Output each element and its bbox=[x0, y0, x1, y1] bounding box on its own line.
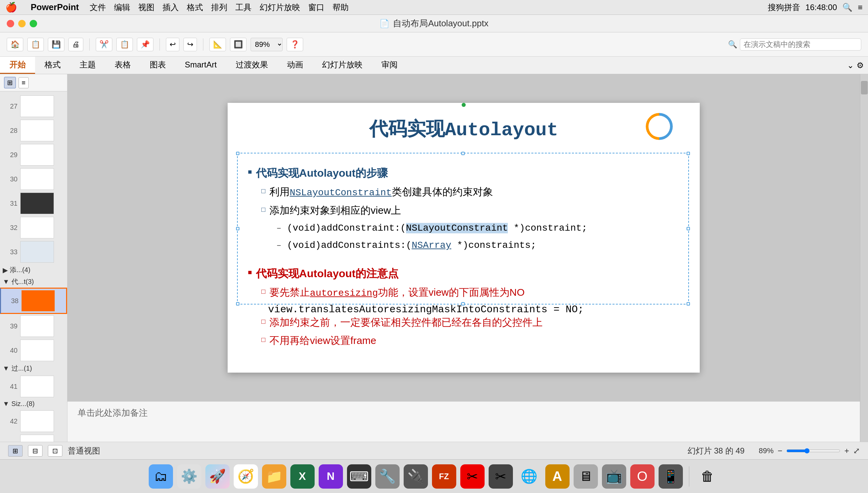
dock-tool2[interactable]: 🔌 bbox=[404, 464, 428, 489]
help-btn[interactable]: ❓ bbox=[287, 38, 303, 51]
search-input[interactable] bbox=[740, 39, 861, 50]
tab-animation[interactable]: 动画 bbox=[278, 57, 312, 74]
zoom-select[interactable]: 89% 100% 75% bbox=[251, 38, 283, 51]
slide-item-43[interactable]: 43 bbox=[0, 433, 67, 442]
slide-num-39: 39 bbox=[8, 322, 18, 330]
menu-file[interactable]: 文件 bbox=[90, 2, 106, 13]
toolbar: 🏠 📋 💾 🖨 ✂️ 📋 📌 ↩ ↪ 📐 🔲 89% 100% 75% ❓ 🔍 bbox=[0, 33, 868, 57]
home-btn[interactable]: 🏠 bbox=[7, 38, 23, 51]
fit-to-window-icon[interactable]: ⤢ bbox=[853, 446, 860, 455]
dock-sysprefs[interactable]: ⚙️ bbox=[177, 464, 201, 489]
dock-folder[interactable]: 📁 bbox=[262, 464, 286, 489]
print-btn[interactable]: 🖨 bbox=[68, 38, 83, 51]
dock-app6[interactable]: 🖥 bbox=[573, 464, 598, 489]
list-view-btn[interactable]: ≡ bbox=[19, 77, 29, 88]
zoom-slider[interactable] bbox=[786, 448, 840, 453]
tab-transition[interactable]: 过渡效果 bbox=[226, 57, 278, 74]
undo-btn[interactable]: ↩ bbox=[166, 38, 179, 51]
dock-terminal[interactable]: ⌨ bbox=[347, 464, 371, 489]
cut-btn[interactable]: ✂️ bbox=[96, 38, 112, 51]
slide-item-41[interactable]: 41 bbox=[0, 374, 67, 399]
code-line-view: view.translatesAutoresizingMaskIntoConst… bbox=[268, 304, 584, 315]
maximize-button[interactable] bbox=[30, 20, 37, 27]
view-modes: ⊞ ≡ bbox=[0, 74, 67, 91]
dock-onenote[interactable]: N bbox=[319, 464, 343, 489]
dock-tool4[interactable]: ✂ bbox=[489, 464, 513, 489]
redo-btn[interactable]: ↪ bbox=[183, 38, 197, 51]
tab-theme[interactable]: 主题 bbox=[70, 57, 105, 74]
menu-window[interactable]: 窗口 bbox=[308, 2, 324, 13]
group-trans-header[interactable]: ▼ 过...(1) bbox=[0, 363, 67, 374]
dock-app5[interactable]: A bbox=[545, 464, 569, 489]
right-scrollbar[interactable] bbox=[860, 74, 868, 442]
scrollbar-thumb[interactable] bbox=[861, 81, 868, 94]
notifications-icon[interactable]: ≡ bbox=[858, 3, 863, 12]
tab-format[interactable]: 格式 bbox=[35, 57, 70, 74]
search-icon[interactable]: 🔍 bbox=[842, 3, 852, 12]
tab-smartart[interactable]: SmartArt bbox=[175, 57, 226, 74]
group-add-header[interactable]: ▶ 添...(4) bbox=[0, 264, 67, 276]
minimize-button[interactable] bbox=[18, 20, 26, 27]
grid-view-btn[interactable]: ⊟ bbox=[28, 445, 43, 456]
group-siz-header[interactable]: ▼ Siz...(8) bbox=[0, 399, 67, 409]
toolbar-sep-1 bbox=[89, 39, 90, 50]
dock-launchpad[interactable]: 🚀 bbox=[205, 464, 230, 489]
dock-safari[interactable]: 🧭 bbox=[234, 464, 258, 489]
slide-canvas-area: 代码实现Autolayout ■ 代码实现Autolayout的步骤 □ bbox=[67, 74, 860, 401]
ribbon-expand-icon[interactable]: ⌄ bbox=[847, 61, 854, 70]
dock-office[interactable]: O bbox=[630, 464, 654, 489]
menu-view[interactable]: 视图 bbox=[138, 2, 154, 13]
slide-item-27[interactable]: 27 bbox=[0, 94, 67, 119]
menu-edit[interactable]: 编辑 bbox=[114, 2, 130, 13]
tab-start[interactable]: 开始 bbox=[0, 57, 35, 74]
dock-trash[interactable]: 🗑 bbox=[695, 464, 720, 489]
menu-insert[interactable]: 插入 bbox=[162, 2, 179, 13]
dock-filezilla[interactable]: FZ bbox=[432, 464, 456, 489]
close-button[interactable] bbox=[7, 20, 14, 27]
zoom-minus-icon[interactable]: − bbox=[778, 446, 782, 455]
dock-browser[interactable]: 🌐 bbox=[517, 464, 541, 489]
dock-finder[interactable]: 🗂 bbox=[149, 464, 173, 489]
dock-tool1[interactable]: 🔧 bbox=[375, 464, 399, 489]
menu-arrange[interactable]: 排列 bbox=[211, 2, 227, 13]
menu-slideshow[interactable]: 幻灯片放映 bbox=[260, 2, 300, 13]
slide-item-42[interactable]: 42 bbox=[0, 409, 67, 433]
slide-canvas[interactable]: 代码实现Autolayout ■ 代码实现Autolayout的步骤 □ bbox=[227, 103, 700, 372]
dock-app7[interactable]: 📺 bbox=[602, 464, 626, 489]
paste-btn[interactable]: 📌 bbox=[137, 38, 153, 51]
presenter-view-btn[interactable]: ⊡ bbox=[48, 445, 62, 456]
tab-chart[interactable]: 图表 bbox=[140, 57, 175, 74]
normal-view-btn[interactable]: ⊞ bbox=[8, 445, 23, 456]
tab-slideshow[interactable]: 幻灯片放映 bbox=[312, 57, 372, 74]
slide-item-40[interactable]: 40 bbox=[0, 338, 67, 363]
copy-btn[interactable]: 📋 bbox=[116, 38, 133, 51]
grid-view-btn[interactable]: ⊞ bbox=[4, 77, 16, 88]
dock-app8[interactable]: 📱 bbox=[658, 464, 683, 489]
slide-item-39[interactable]: 39 bbox=[0, 314, 67, 338]
handle-ml bbox=[236, 227, 239, 230]
tab-table[interactable]: 表格 bbox=[105, 57, 140, 74]
dock-excel[interactable]: X bbox=[290, 464, 314, 489]
save-btn[interactable]: 💾 bbox=[48, 38, 64, 51]
slide-item-30[interactable]: 30 bbox=[0, 167, 67, 191]
notes-area[interactable]: 单击此处添加备注 bbox=[67, 401, 860, 442]
slide-item-31[interactable]: 31 bbox=[0, 191, 67, 215]
slides-btn[interactable]: 📋 bbox=[27, 38, 44, 51]
zoom-plus-icon[interactable]: + bbox=[844, 446, 849, 455]
slide-item-29[interactable]: 29 bbox=[0, 143, 67, 167]
slide-item-32[interactable]: 32 bbox=[0, 215, 67, 240]
dock-tool3[interactable]: ✂ bbox=[460, 464, 484, 489]
menu-help[interactable]: 帮助 bbox=[332, 2, 349, 13]
tab-review[interactable]: 审阅 bbox=[372, 57, 407, 74]
scale-btn[interactable]: 🔲 bbox=[230, 38, 246, 51]
group-code-header[interactable]: ▼ 代...t(3) bbox=[0, 276, 67, 287]
slide-item-38[interactable]: 38 bbox=[0, 287, 67, 314]
view-toggle-btn[interactable]: 📐 bbox=[210, 38, 226, 51]
slide-item-33[interactable]: 33 bbox=[0, 240, 67, 264]
menu-format[interactable]: 格式 bbox=[187, 2, 203, 13]
slide-item-28[interactable]: 28 bbox=[0, 119, 67, 143]
app-name: PowerPoint bbox=[31, 2, 79, 13]
menu-tools[interactable]: 工具 bbox=[235, 2, 252, 13]
ribbon-settings-icon[interactable]: ⚙ bbox=[856, 61, 864, 70]
apple-menu[interactable]: 🍎 bbox=[5, 2, 17, 13]
